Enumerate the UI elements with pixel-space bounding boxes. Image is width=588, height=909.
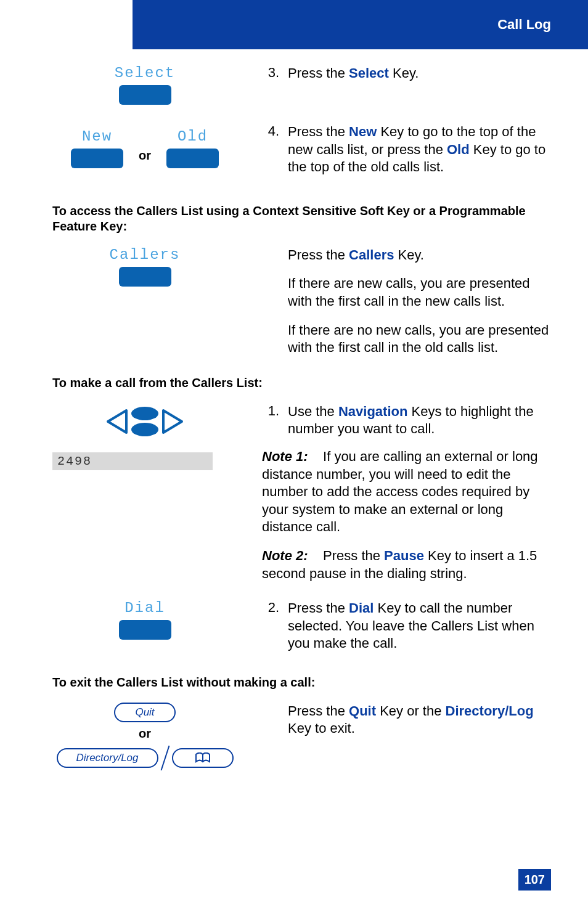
note-1-label: Note 1: xyxy=(262,449,308,464)
step-3: 3. Press the Select Key. xyxy=(262,65,551,83)
row-callers: Callers Press the Callers Key. If there … xyxy=(52,247,551,357)
svg-point-0 xyxy=(131,407,158,420)
exit-press-pre: Press the xyxy=(288,703,349,719)
exit-press-kw1: Quit xyxy=(349,703,376,719)
softkey-dial: Dial xyxy=(52,600,237,640)
step-4-kw2: Old xyxy=(447,142,470,157)
row-new-old: New or Old 4. Press the New Key to go to… xyxy=(52,123,551,186)
col-left-dial: Dial xyxy=(52,600,237,662)
step-4-kw1: New xyxy=(349,124,377,139)
book-key[interactable] xyxy=(172,748,234,768)
note-2: Note 2: Press the Pause Key to insert a … xyxy=(262,547,551,582)
softkey-select-label: Select xyxy=(115,65,175,81)
page-header-title: Call Log xyxy=(497,17,551,33)
callers-press-post: Key. xyxy=(394,247,424,263)
callers-press-kw: Callers xyxy=(349,247,394,263)
step-2-num: 2. xyxy=(262,600,279,653)
step-1-num: 1. xyxy=(262,403,279,438)
step-3-pre: Press the xyxy=(288,65,349,81)
step-2-pre: Press the xyxy=(288,600,349,616)
col-right-makecall: 1. Use the Navigation Keys to highlight … xyxy=(262,403,551,593)
step-4-num: 4. xyxy=(262,123,279,176)
step-2-body: Press the Dial Key to call the number se… xyxy=(288,600,551,653)
step-3-num: 3. xyxy=(262,65,279,83)
note-2-label: Note 2: xyxy=(262,548,308,563)
step-3-body: Press the Select Key. xyxy=(288,65,551,83)
page-number-badge: 107 xyxy=(518,869,551,891)
softkey-new-old-row: New or Old xyxy=(52,128,237,168)
quit-key[interactable]: Quit xyxy=(114,703,176,722)
col-right-exit: Press the Quit Key or the Directory/Log … xyxy=(262,703,551,771)
step-1-kw: Navigation xyxy=(338,404,407,419)
softkey-new-label: New xyxy=(82,128,112,145)
step-2: 2. Press the Dial Key to call the number… xyxy=(262,600,551,653)
col-right-callers: Press the Callers Key. If there are new … xyxy=(262,247,551,357)
step-2-kw: Dial xyxy=(349,600,374,616)
softkey-new: New xyxy=(62,128,133,168)
step-1-pre: Use the xyxy=(288,404,338,419)
exit-press-kw2: Directory/Log xyxy=(446,703,534,719)
step-3-kw: Select xyxy=(349,65,389,81)
step-4: 4. Press the New Key to go to the top of… xyxy=(262,123,551,176)
heading-access-callers: To access the Callers List using a Conte… xyxy=(52,203,551,234)
col-right-step4: 4. Press the New Key to go to the top of… xyxy=(262,123,551,186)
step-4-body: Press the New Key to go to the top of th… xyxy=(288,123,551,176)
heading-exit: To exit the Callers List without making … xyxy=(52,675,551,690)
exit-press-post: Key to exit. xyxy=(288,720,355,736)
page-header: Call Log xyxy=(133,0,588,49)
softkey-select: Select xyxy=(52,65,237,105)
col-left-makecall: 2498 xyxy=(52,403,237,593)
directory-log-key[interactable]: Directory/Log xyxy=(57,748,158,768)
exit-press-mid: Key or the xyxy=(376,703,446,719)
new-button[interactable] xyxy=(71,149,123,168)
row-select: Select 3. Press the Select Key. xyxy=(52,65,551,105)
softkey-callers: Callers xyxy=(52,247,237,287)
softkey-callers-label: Callers xyxy=(110,247,181,263)
col-right-step2: 2. Press the Dial Key to call the number… xyxy=(262,600,551,662)
exit-row: Directory/Log xyxy=(57,745,234,771)
heading-make-call: To make a call from the Callers List: xyxy=(52,375,551,391)
step-1-body: Use the Navigation Keys to highlight the… xyxy=(288,403,551,438)
note-1: Note 1: If you are calling an external o… xyxy=(262,448,551,536)
callers-p1: If there are new calls, you are presente… xyxy=(288,275,551,310)
dial-button[interactable] xyxy=(119,620,171,640)
col-right-step3: 3. Press the Select Key. xyxy=(262,65,551,105)
col-left-callers: Callers xyxy=(52,247,237,357)
svg-point-1 xyxy=(131,423,158,436)
quit-key-label: Quit xyxy=(135,706,154,719)
step-4-pre: Press the xyxy=(288,124,349,139)
softkey-old-label: Old xyxy=(178,128,208,145)
softkey-old: Old xyxy=(157,128,228,168)
navigation-keys-icon xyxy=(99,403,191,440)
exit-keys: Quit or Directory/Log xyxy=(52,703,237,771)
col-left-select: Select xyxy=(52,65,237,105)
page-content: Select 3. Press the Select Key. New or xyxy=(52,65,551,878)
row-exit: Quit or Directory/Log xyxy=(52,703,551,771)
col-left-exit: Quit or Directory/Log xyxy=(52,703,237,771)
callers-p2: If there are no new calls, you are prese… xyxy=(288,322,551,357)
note-2-kw: Pause xyxy=(384,548,424,563)
old-button[interactable] xyxy=(166,149,219,168)
exit-press-line: Press the Quit Key or the Directory/Log … xyxy=(288,703,551,738)
callers-press-line: Press the Callers Key. xyxy=(288,247,551,264)
row-dial: Dial 2. Press the Dial Key to call the n… xyxy=(52,600,551,662)
row-makecall: 2498 1. Use the Navigation Keys to highl… xyxy=(52,403,551,593)
book-icon xyxy=(195,752,211,764)
directory-log-label: Directory/Log xyxy=(76,752,138,764)
step-1: 1. Use the Navigation Keys to highlight … xyxy=(262,403,551,438)
step-3-post: Key. xyxy=(389,65,419,81)
or-separator-2: or xyxy=(139,726,151,741)
or-separator-1: or xyxy=(139,134,151,163)
callers-button[interactable] xyxy=(119,267,171,287)
lcd-number-display: 2498 xyxy=(52,452,213,470)
select-button[interactable] xyxy=(119,85,171,105)
softkey-dial-label: Dial xyxy=(125,600,165,616)
slash-separator xyxy=(160,746,169,771)
note-2-pre: Press the xyxy=(323,548,384,563)
col-left-newold: New or Old xyxy=(52,123,237,186)
callers-press-pre: Press the xyxy=(288,247,349,263)
